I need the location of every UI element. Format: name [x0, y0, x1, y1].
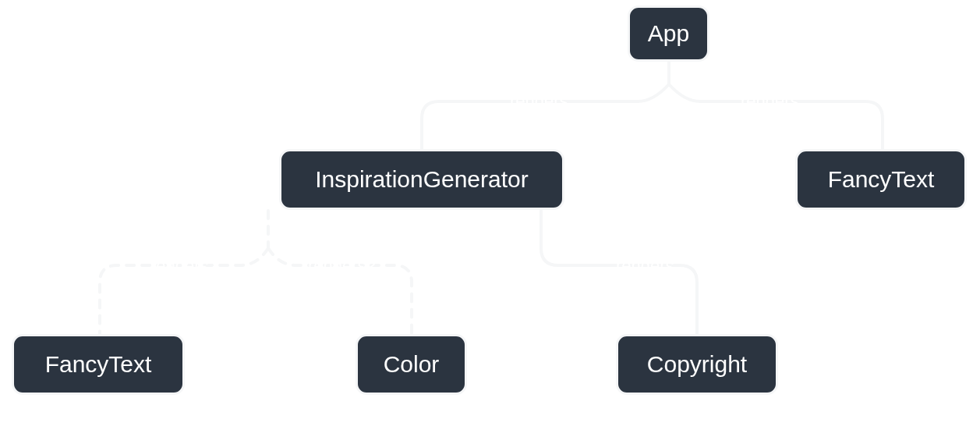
- edge-label-inspiration-to-fancytext-left: renders?: [150, 256, 218, 276]
- node-inspiration-generator: InspirationGenerator: [279, 149, 564, 210]
- node-color-label: Color: [384, 353, 440, 376]
- node-copyright: Copyright: [616, 334, 778, 395]
- node-app: App: [628, 5, 709, 62]
- edge-label-app-to-inspiration: renders: [510, 91, 568, 112]
- node-app-label: App: [648, 22, 689, 45]
- edge-label-app-to-fancytext: renders: [741, 91, 799, 112]
- node-fancytext-right-label: FancyText: [828, 168, 935, 191]
- node-copyright-label: Copyright: [647, 353, 747, 376]
- node-inspiration-generator-label: InspirationGenerator: [315, 168, 529, 191]
- edge-label-inspiration-to-color: renders?: [308, 256, 376, 276]
- node-color: Color: [356, 334, 467, 395]
- node-fancytext-left-label: FancyText: [45, 353, 152, 376]
- edge-label-inspiration-to-copyright: renders: [616, 256, 674, 276]
- node-fancytext-right: FancyText: [795, 149, 967, 210]
- node-fancytext-left: FancyText: [12, 334, 185, 395]
- tree-diagram: App InspirationGenerator FancyText Fancy…: [0, 0, 980, 437]
